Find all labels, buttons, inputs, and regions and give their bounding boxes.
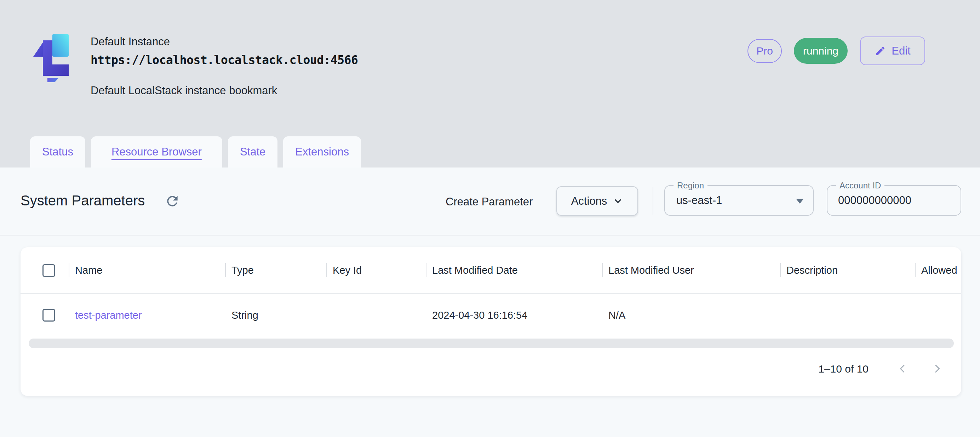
select-all-checkbox[interactable] bbox=[43, 264, 55, 277]
edit-button[interactable]: Edit bbox=[860, 37, 925, 65]
toolbar-divider bbox=[652, 187, 653, 215]
running-status-badge: running bbox=[794, 38, 848, 64]
chevron-left-icon bbox=[896, 362, 909, 375]
row-checkbox[interactable] bbox=[43, 309, 55, 322]
parameters-card: Name Type Key Id Last Modified Date Last… bbox=[21, 247, 961, 396]
parameter-user-cell: N/A bbox=[602, 294, 780, 337]
edit-button-label: Edit bbox=[891, 45, 910, 57]
instance-title: Default Instance bbox=[91, 35, 170, 48]
refresh-icon bbox=[165, 193, 180, 209]
instance-url: https://localhost.localstack.cloud:4566 bbox=[91, 53, 358, 67]
parameter-date-cell: 2024-04-30 16:16:54 bbox=[426, 294, 602, 337]
instance-description: Default LocalStack instance bookmark bbox=[91, 84, 277, 97]
tab-extensions[interactable]: Extensions bbox=[283, 136, 361, 167]
account-id-input[interactable] bbox=[838, 186, 951, 215]
pencil-icon bbox=[875, 45, 886, 57]
column-header-name: Name bbox=[68, 247, 225, 293]
account-id-field: Account ID bbox=[827, 185, 961, 216]
pro-badge: Pro bbox=[748, 39, 782, 63]
parameter-description-cell bbox=[780, 294, 915, 337]
content-divider bbox=[0, 235, 980, 236]
region-select[interactable]: Region us-east-1 bbox=[664, 185, 814, 216]
create-parameter-button[interactable]: Create Parameter bbox=[445, 194, 533, 210]
parameter-allowed-cell bbox=[915, 294, 961, 337]
refresh-button[interactable] bbox=[164, 193, 180, 210]
localstack-instance-page: Default Instance https://localhost.local… bbox=[0, 0, 980, 437]
column-header-description: Description bbox=[780, 247, 915, 293]
chevron-down-icon bbox=[612, 196, 623, 206]
horizontal-scrollbar[interactable] bbox=[29, 338, 954, 348]
pagination-range-label: 1–10 of 10 bbox=[818, 363, 869, 375]
tab-state[interactable]: State bbox=[228, 136, 277, 167]
chevron-right-icon bbox=[931, 362, 944, 375]
tab-bar: Status Resource Browser State Extensions bbox=[30, 136, 361, 167]
column-header-type: Type bbox=[225, 247, 326, 293]
next-page-button[interactable] bbox=[930, 362, 944, 376]
previous-page-button[interactable] bbox=[896, 362, 910, 376]
column-header-allowed: Allowed bbox=[915, 247, 961, 293]
parameter-type-cell: String bbox=[225, 294, 326, 337]
column-header-last-modified-date: Last Modified Date bbox=[426, 247, 602, 293]
pagination: 1–10 of 10 bbox=[818, 360, 944, 378]
tab-resource-browser[interactable]: Resource Browser bbox=[91, 136, 222, 167]
actions-button-label: Actions bbox=[571, 195, 607, 207]
parameter-key-id-cell bbox=[326, 294, 426, 337]
dropdown-arrow-icon bbox=[796, 199, 804, 204]
column-header-last-modified-user: Last Modified User bbox=[602, 247, 780, 293]
region-select-value: us-east-1 bbox=[676, 186, 722, 215]
column-header-key-id: Key Id bbox=[326, 247, 426, 293]
parameter-name-link[interactable]: test-parameter bbox=[68, 294, 225, 337]
actions-button[interactable]: Actions bbox=[556, 186, 638, 216]
localstack-logo-icon bbox=[33, 34, 70, 82]
tab-status[interactable]: Status bbox=[30, 136, 85, 167]
page-title: System Parameters bbox=[21, 193, 145, 209]
